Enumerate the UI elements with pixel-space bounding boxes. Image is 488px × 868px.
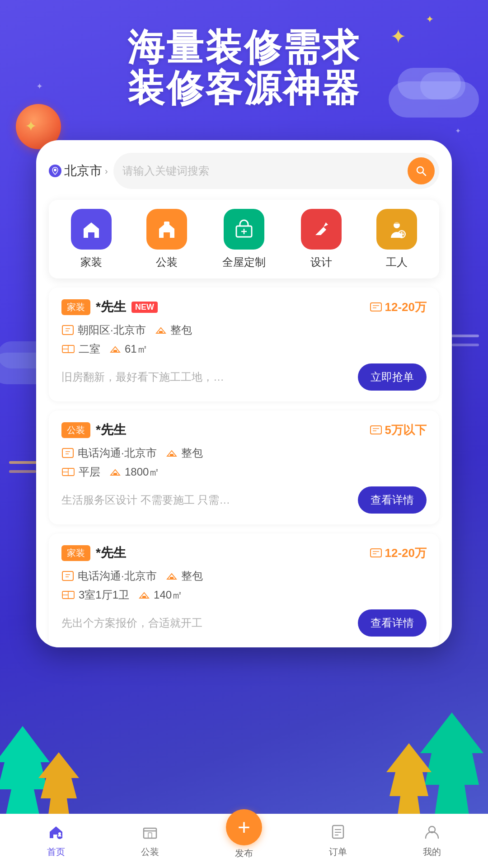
nav-mine[interactable]: 我的 — [385, 824, 479, 858]
card-room-1: 二室 61㎡ — [61, 342, 427, 356]
tag-badge-1: 家装 — [61, 299, 90, 315]
search-button[interactable] — [408, 157, 435, 184]
category-gongzhuang[interactable]: 公装 — [146, 209, 187, 269]
listing-card-3: 家装 *先生 12-20万 电话沟通·北京市 整包 3室1厅1卫 140㎡ 先出… — [49, 533, 439, 647]
tag-badge-3: 家装 — [61, 545, 90, 561]
svg-rect-26 — [62, 448, 73, 458]
room-text-3: 3室1厅1卫 — [79, 588, 129, 602]
cat-icon-gongren — [376, 209, 417, 250]
card-location-2: 电话沟通·北京市 整包 — [61, 446, 427, 460]
nav-orders[interactable]: 订单 — [291, 824, 385, 858]
nav-publish-button[interactable]: + — [226, 809, 262, 845]
nav-home-label: 首页 — [47, 846, 65, 858]
cat-label-gongren: 工人 — [386, 255, 408, 269]
tree-left-yellow — [36, 749, 81, 823]
svg-rect-33 — [113, 473, 117, 475]
category-jiazhuang[interactable]: 家装 — [71, 209, 112, 269]
area-text-3: 140㎡ — [154, 588, 183, 602]
card-header-2: 公装 *先生 5万以下 — [61, 421, 427, 439]
svg-rect-51 — [144, 828, 156, 838]
category-gongren[interactable]: 工人 — [376, 209, 417, 269]
location-text: 北京市 — [64, 162, 102, 179]
search-area: 北京市 › 请输入关键词搜索 — [49, 153, 439, 189]
svg-rect-8 — [393, 222, 401, 224]
new-badge-1: NEW — [131, 302, 158, 313]
price-text-2: 5万以下 — [385, 422, 427, 438]
cat-label-sheji: 设计 — [310, 255, 332, 269]
phone-mockup: 北京市 › 请输入关键词搜索 家装 — [36, 140, 452, 647]
deco-line-2 — [9, 470, 36, 473]
cat-label-gongzhuang: 公装 — [156, 255, 178, 269]
search-input-wrap[interactable]: 请输入关键词搜索 — [113, 153, 439, 189]
card-header-3: 家装 *先生 12-20万 — [61, 544, 427, 561]
location-icon — [49, 165, 61, 177]
card-name-1: *先生 — [96, 298, 126, 316]
room-text-1: 二室 — [79, 342, 100, 356]
svg-rect-34 — [371, 549, 381, 557]
card-room-2: 平层 1800㎡ — [61, 465, 427, 479]
card-desc-row-2: 生活服务区设计 不需要施工 只需… 查看详情 — [61, 486, 427, 514]
location-text-1: 朝阳区·北京市 — [78, 323, 146, 337]
price-text-3: 12-20万 — [385, 545, 427, 561]
svg-rect-53 — [148, 833, 152, 838]
nav-orders-label: 订单 — [329, 846, 347, 858]
chevron-icon: › — [105, 166, 108, 176]
listing-card-2: 公装 *先生 5万以下 电话沟通·北京市 整包 平层 1800㎡ 生活服务区设计… — [49, 410, 439, 524]
card-header-left-3: 家装 *先生 — [61, 544, 126, 561]
card-desc-2: 生活服务区设计 不需要施工 只需… — [61, 493, 351, 507]
svg-rect-18 — [159, 331, 163, 333]
action-btn-1[interactable]: 立即抢单 — [358, 363, 427, 391]
card-price-3: 12-20万 — [370, 545, 427, 561]
card-header-1: 家装 *先生 NEW 12-20万 — [61, 298, 427, 316]
bottom-nav: 首页 公装 + 发布 订单 — [0, 814, 488, 868]
nav-gongzhuang[interactable]: 公装 — [103, 824, 197, 858]
location-text-3: 电话沟通·北京市 — [78, 569, 157, 583]
svg-marker-48 — [386, 743, 432, 821]
nav-home[interactable]: 首页 — [9, 824, 103, 858]
category-quanwu[interactable]: 全屋定制 — [222, 209, 266, 269]
svg-rect-23 — [371, 426, 381, 434]
area-text-2: 1800㎡ — [125, 465, 160, 479]
card-desc-row-1: 旧房翻新，最好看下施工工地，… 立即抢单 — [61, 363, 427, 391]
card-price-1: 12-20万 — [370, 299, 427, 315]
nav-publish-section: + 发布 — [197, 823, 291, 859]
svg-rect-29 — [170, 454, 174, 456]
svg-rect-40 — [170, 577, 174, 579]
card-name-3: *先生 — [96, 544, 126, 561]
cat-icon-gongzhuang — [146, 209, 187, 250]
card-room-3: 3室1厅1卫 140㎡ — [61, 588, 427, 602]
svg-point-0 — [54, 169, 56, 171]
star2-icon: ✦ — [25, 118, 37, 135]
location-text-2: 电话沟通·北京市 — [78, 446, 157, 460]
svg-rect-37 — [62, 571, 73, 580]
package-text-3: 整包 — [181, 569, 203, 583]
location-button[interactable]: 北京市 › — [49, 162, 108, 179]
mine-nav-icon — [424, 824, 440, 843]
cat-label-quanwu: 全屋定制 — [222, 255, 266, 269]
card-location-3: 电话沟通·北京市 整包 — [61, 569, 427, 583]
svg-line-2 — [423, 173, 426, 176]
room-text-2: 平层 — [79, 465, 100, 479]
svg-rect-3 — [164, 222, 169, 225]
nav-gongzhuang-label: 公装 — [141, 846, 159, 858]
action-btn-2[interactable]: 查看详情 — [358, 486, 427, 514]
nav-publish-label: 发布 — [235, 847, 253, 859]
listing-card-1: 家装 *先生 NEW 12-20万 朝阳区·北京市 整包 二室 61㎡ 旧房翻新… — [49, 288, 439, 401]
plus-icon: + — [238, 816, 250, 838]
tag-badge-2: 公装 — [61, 422, 90, 438]
header-section: 海量装修需求 装修客源神器 — [0, 27, 488, 108]
header-line2: 装修客源神器 — [0, 68, 488, 108]
cat-icon-sheji — [301, 209, 342, 250]
card-location-1: 朝阳区·北京市 整包 — [61, 323, 427, 337]
card-desc-1: 旧房翻新，最好看下施工工地，… — [61, 370, 351, 384]
package-text-1: 整包 — [170, 323, 192, 337]
svg-rect-44 — [142, 596, 146, 598]
card-name-2: *先生 — [96, 421, 126, 439]
orders-nav-icon — [330, 824, 346, 843]
action-btn-3[interactable]: 查看详情 — [358, 609, 427, 637]
cat-icon-quanwu — [224, 209, 264, 250]
cat-label-jiazhuang: 家装 — [80, 255, 102, 269]
home-nav-icon — [48, 824, 64, 843]
search-placeholder: 请输入关键词搜索 — [122, 164, 403, 178]
category-sheji[interactable]: 设计 — [301, 209, 342, 269]
